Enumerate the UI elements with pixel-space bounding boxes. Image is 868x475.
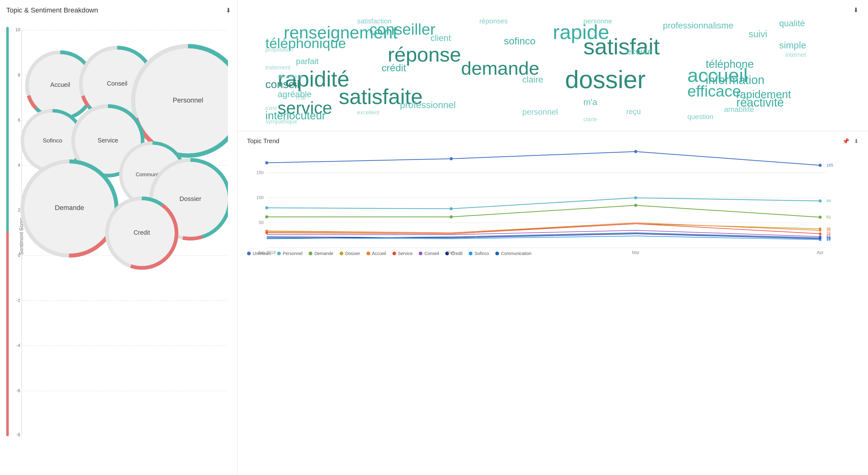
svg-text:4: 4: [18, 163, 20, 167]
download-icon-trend[interactable]: ⬇: [854, 138, 859, 145]
svg-text:50: 50: [258, 220, 264, 225]
svg-point-88: [634, 204, 637, 207]
svg-point-82: [450, 207, 453, 210]
word-question: question: [687, 113, 713, 121]
word-n'ai: n'ai: [296, 94, 306, 101]
left-panel-header: Topic & Sentiment Breakdown ⬇: [6, 6, 231, 14]
svg-text:Feb: Feb: [447, 250, 455, 254]
word-cloud-header: ⬇: [247, 6, 859, 14]
left-panel-title: Topic & Sentiment Breakdown: [6, 6, 98, 14]
word-conseil: conseil: [266, 78, 300, 91]
svg-point-77: [450, 157, 453, 160]
svg-text:150: 150: [256, 170, 264, 175]
word-claire: claire: [522, 75, 543, 85]
line-unknown: [267, 152, 820, 165]
word-parfait: parfait: [296, 57, 318, 66]
word-clarte: clarte: [584, 117, 597, 123]
topic-trend-icons: 📌 ⬇: [842, 138, 859, 145]
svg-text:-4: -4: [16, 343, 20, 348]
word-rapidement: rapidement: [736, 89, 791, 101]
word-dossier: dossier: [565, 66, 646, 93]
svg-text:Conseil: Conseil: [107, 80, 128, 87]
svg-point-78: [634, 150, 637, 153]
svg-text:Demande: Demande: [55, 204, 84, 212]
word-sofinco: sofinco: [504, 36, 536, 46]
svg-text:94: 94: [827, 198, 831, 203]
svg-point-98: [819, 232, 822, 235]
svg-point-76: [265, 161, 268, 164]
svg-text:8: 8: [18, 73, 20, 77]
svg-point-89: [818, 216, 822, 219]
svg-point-106: [819, 236, 822, 239]
svg-text:Credit: Credit: [133, 229, 150, 236]
word-réponses: réponses: [479, 18, 508, 25]
svg-text:Dossier: Dossier: [180, 195, 202, 202]
word-cloud: dossierrenseignementréponserapiditésatis…: [247, 15, 859, 128]
word-simple: simple: [779, 40, 806, 50]
word-document: document: [278, 74, 302, 80]
svg-text:100: 100: [256, 195, 264, 200]
svg-point-95: [819, 229, 822, 231]
svg-text:165: 165: [827, 163, 833, 167]
word-sympathique: sympathique: [266, 119, 297, 125]
svg-text:2: 2: [18, 208, 20, 213]
right-panel: ⬇ dossierrenseignementréponserapiditésat…: [238, 0, 868, 475]
svg-text:Personnel: Personnel: [173, 96, 203, 104]
left-panel: Topic & Sentiment Breakdown ⬇ Sentiment …: [0, 0, 238, 475]
topic-trend-header: Topic Trend 📌 ⬇: [247, 137, 859, 145]
word-client: client: [431, 33, 451, 43]
bubble-personnel[interactable]: Personnel: [133, 46, 228, 156]
word-téléphone: téléphone: [706, 58, 754, 70]
svg-text:Mar: Mar: [632, 250, 640, 254]
trend-chart-svg: 50 100 150 Jan 2019 Feb Mar Apr 165: [247, 148, 859, 254]
word-amabilité: amabilité: [724, 105, 754, 114]
line-chart-area: 50 100 150 Jan 2019 Feb Mar Apr 165: [247, 148, 859, 248]
line-personnel: [267, 198, 820, 209]
svg-point-81: [265, 206, 268, 210]
svg-text:-6: -6: [16, 388, 20, 393]
word-information: information: [706, 74, 765, 87]
word-professionnalisme: professionnalisme: [663, 21, 734, 31]
bubble-demande[interactable]: Demande: [22, 162, 116, 256]
bubble-chart-svg: 10 8 6 4 2 0 -2 -4 -6 -8 Accueil: [12, 27, 228, 439]
svg-point-79: [818, 164, 822, 167]
word-excellent: excellent: [357, 110, 379, 116]
svg-text:Sofinco: Sofinco: [43, 137, 62, 144]
word-crédit: crédit: [381, 63, 406, 73]
word-agréable: agréable: [278, 90, 312, 99]
download-icon-left[interactable]: ⬇: [226, 6, 231, 14]
svg-text:Service: Service: [98, 137, 118, 144]
svg-point-84: [818, 199, 822, 202]
svg-text:Jan 2019: Jan 2019: [258, 250, 276, 254]
word-qualité: qualité: [779, 19, 805, 28]
svg-text:6: 6: [18, 118, 20, 123]
word-ecoute: ecoute: [626, 47, 653, 57]
word-personnel: personnel: [522, 107, 558, 117]
word-personne: personne: [584, 18, 612, 25]
word-proposition: proposition: [266, 47, 293, 53]
pin-icon[interactable]: 📌: [842, 138, 849, 145]
word-satisfaction: satisfaction: [357, 18, 392, 25]
svg-point-97: [266, 231, 268, 234]
word-suivi: suivi: [749, 29, 767, 39]
svg-text:61: 61: [827, 215, 831, 219]
svg-text:20: 20: [827, 235, 831, 240]
svg-point-86: [265, 215, 268, 218]
word-reçu: reçu: [626, 107, 641, 116]
topic-trend-panel: Topic Trend 📌 ⬇ 50 100 150: [238, 131, 868, 475]
svg-text:Accueil: Accueil: [50, 81, 70, 88]
word-professionnel: professionnel: [400, 100, 456, 110]
bubble-credit[interactable]: Credit: [107, 198, 176, 268]
download-icon-wordcloud[interactable]: ⬇: [853, 6, 859, 14]
word-cloud-panel: ⬇ dossierrenseignementréponserapiditésat…: [238, 0, 868, 131]
svg-text:-2: -2: [16, 298, 20, 303]
svg-point-87: [450, 215, 453, 218]
svg-text:0: 0: [18, 253, 20, 258]
line-dossier: [267, 224, 820, 233]
topic-trend-title: Topic Trend: [247, 137, 279, 145]
svg-text:10: 10: [15, 28, 20, 32]
word-internet: internet: [785, 51, 806, 58]
word-traitement: traitement: [266, 65, 290, 71]
line-accueil: [267, 223, 820, 233]
svg-point-83: [634, 196, 637, 199]
